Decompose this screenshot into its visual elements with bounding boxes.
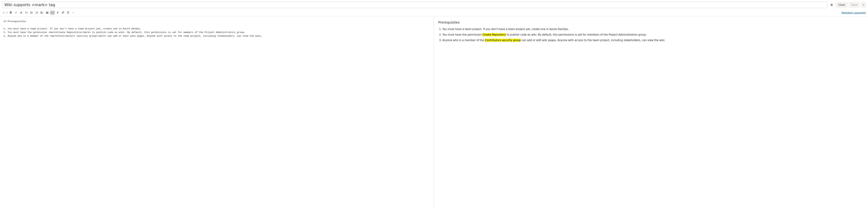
sliders-icon (830, 3, 833, 6)
numbered-list-button[interactable]: 1 2 3 (34, 10, 39, 15)
svg-text:⁄: ⁄ (5, 12, 5, 13)
highlight-button[interactable]: Abc (50, 10, 55, 15)
heading-button[interactable]: # (55, 10, 60, 15)
list-item: You must have the permission Create Repo… (442, 33, 865, 37)
checklist-button[interactable] (39, 10, 44, 15)
table-button[interactable] (45, 10, 50, 15)
svg-point-34 (73, 12, 73, 13)
svg-text:A: A (3, 11, 4, 14)
more-button[interactable] (71, 10, 76, 15)
svg-rect-26 (46, 12, 48, 13)
svg-rect-22 (41, 12, 41, 13)
save-dropdown-button[interactable] (861, 2, 866, 8)
svg-rect-24 (41, 13, 41, 14)
paste-button[interactable] (66, 10, 70, 15)
svg-point-10 (31, 12, 31, 13)
editor-split: ## Prerequisites 1. You must have a team… (0, 17, 868, 209)
svg-rect-20 (41, 12, 41, 12)
editor-content: ## Prerequisites 1. You must have a team… (3, 20, 262, 37)
markdown-editor[interactable]: ## Prerequisites 1. You must have a team… (0, 17, 433, 209)
highlight: Create Repository (483, 33, 506, 36)
text-a-icon: A ⁄ (3, 11, 6, 14)
markdown-preview: Prerequisites You must have a team proje… (433, 17, 868, 209)
bullet-list-icon (30, 11, 33, 14)
link-icon (20, 11, 23, 14)
list-item: You must have a team project. If you don… (442, 27, 865, 31)
page-title-input[interactable] (2, 1, 828, 8)
link-button[interactable] (19, 10, 24, 15)
svg-point-1 (831, 4, 832, 4)
numbered-list-icon: 1 2 3 (35, 11, 38, 14)
highlight-abc-icon: Abc (51, 11, 54, 14)
italic-icon: I (16, 11, 16, 14)
chevron-down-icon (6, 12, 8, 13)
code-button[interactable] (24, 10, 29, 15)
markdown-supported-link[interactable]: Markdown supported. (841, 11, 866, 14)
svg-rect-31 (67, 12, 69, 14)
svg-point-3 (832, 4, 832, 5)
bold-icon: B (10, 11, 12, 14)
svg-point-33 (72, 12, 73, 13)
checklist-icon (41, 11, 43, 14)
svg-point-35 (74, 12, 74, 13)
formatting-toolbar: A ⁄ B I (2, 10, 76, 15)
chevron-down-icon (863, 4, 865, 6)
hash-icon: # (57, 11, 59, 14)
bullet-list-button[interactable] (29, 10, 34, 15)
toolbar-row: A ⁄ B I (0, 9, 868, 17)
close-button[interactable]: Close (836, 2, 847, 8)
highlight: Contributors security group (485, 39, 521, 42)
svg-text:3: 3 (36, 13, 36, 14)
preview-list: You must have a team project. If you don… (438, 27, 865, 42)
table-icon (46, 11, 49, 14)
view-options-button[interactable] (829, 2, 835, 8)
paperclip-icon (61, 11, 64, 14)
preview-heading: Prerequisites (438, 20, 865, 25)
svg-point-12 (31, 13, 31, 13)
attachment-button[interactable] (60, 10, 65, 15)
code-icon (25, 11, 28, 14)
list-item: Anyone who is a member of the Contributo… (442, 38, 865, 42)
clipboard-icon (67, 11, 69, 14)
text-format-button[interactable]: A ⁄ (2, 10, 8, 15)
italic-button[interactable]: I (13, 10, 19, 15)
more-icon (72, 11, 75, 14)
header-bar: Close Save (0, 0, 868, 9)
bold-button[interactable]: B (8, 10, 13, 15)
save-button[interactable]: Save (849, 2, 860, 8)
svg-point-8 (31, 12, 31, 12)
svg-point-5 (831, 5, 832, 6)
